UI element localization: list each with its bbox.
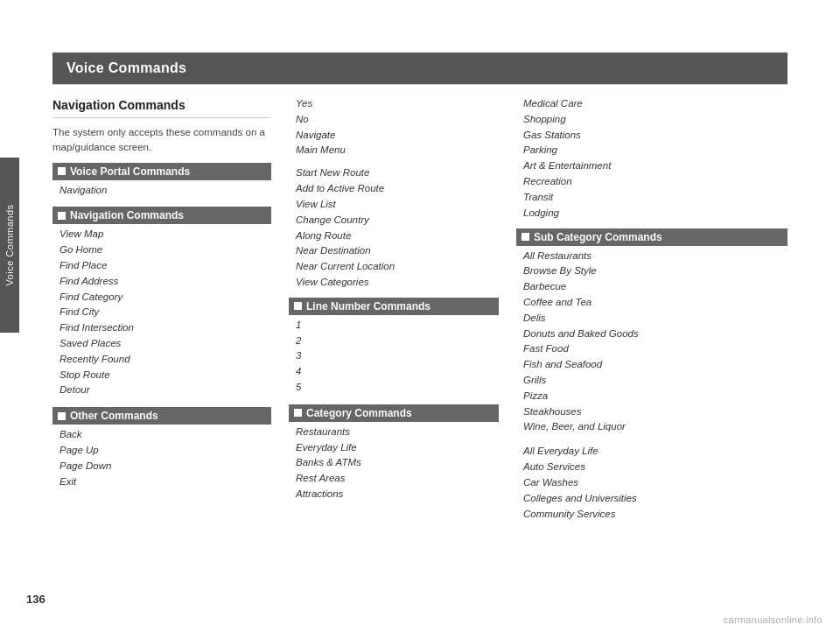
sub-category-header: Sub Category Commands	[516, 228, 788, 246]
list-item: Exit	[60, 474, 271, 490]
list-item: Lodging	[523, 206, 788, 221]
list-item: Steakhouses	[523, 404, 788, 420]
nav-commands-label: Navigation Commands	[70, 209, 184, 221]
list-item: View List	[296, 197, 499, 213]
page-number: 136	[26, 593, 46, 606]
middle-column: Yes No Navigate Main Menu Start New Rout…	[280, 96, 508, 588]
line-number-square-icon	[294, 302, 302, 310]
list-item: All Restaurants	[523, 249, 788, 264]
list-item: 5	[296, 380, 499, 396]
main-content: Navigation Commands The system only acce…	[52, 96, 788, 588]
sidebar-tab: Voice Commands	[0, 158, 19, 333]
list-item: Barbecue	[523, 279, 788, 295]
voice-portal-list: Navigation	[52, 183, 271, 199]
list-item: Gas Stations	[523, 128, 788, 144]
list-item: Donuts and Baked Goods	[523, 327, 788, 342]
list-item: No	[296, 112, 499, 128]
other-commands-header: Other Commands	[52, 407, 271, 425]
list-item: Banks & ATMs	[296, 455, 499, 471]
list-item: Delis	[523, 311, 788, 327]
left-column: Navigation Commands The system only acce…	[52, 96, 280, 588]
other-commands-list: Back Page Up Page Down Exit	[52, 427, 271, 489]
list-item: Attractions	[296, 487, 499, 502]
list-item: View Categories	[296, 275, 499, 291]
list-item: Browse By Style	[523, 263, 788, 279]
list-item: All Everyday Life	[523, 444, 788, 460]
list-item: Find Intersection	[60, 320, 271, 336]
list-item: Coffee and Tea	[523, 295, 788, 311]
sub-category-square-icon	[522, 233, 529, 241]
nav-commands-square-icon	[58, 212, 66, 220]
category-commands-header: Category Commands	[289, 404, 499, 422]
list-item: Detour	[60, 383, 271, 398]
list-item: Saved Places	[60, 336, 271, 352]
voice-portal-header: Voice Portal Commands	[52, 163, 271, 180]
list-item: Wine, Beer, and Liquor	[523, 419, 788, 435]
list-item: Recreation	[523, 174, 788, 190]
line-number-block: Line Number Commands 1 2 3 4 5	[289, 298, 499, 396]
list-item: Page Up	[60, 443, 271, 459]
list-item: Go Home	[60, 242, 271, 258]
watermark: carmanualsonline.info	[724, 614, 822, 625]
line-number-header: Line Number Commands	[289, 298, 499, 315]
list-item: Shopping	[523, 112, 788, 128]
line-number-label: Line Number Commands	[306, 300, 430, 312]
list-item: Everyday Life	[296, 440, 499, 456]
header-bar: Voice Commands	[52, 53, 788, 84]
heading-divider	[52, 117, 271, 118]
list-item: 2	[296, 334, 499, 349]
sub-category-label: Sub Category Commands	[534, 231, 662, 243]
list-item: Restaurants	[296, 425, 499, 440]
list-item: Find Place	[60, 258, 271, 274]
list-item: Auto Services	[523, 460, 788, 475]
other-commands-block: Other Commands Back Page Up Page Down Ex…	[52, 407, 271, 489]
other-commands-label: Other Commands	[70, 410, 158, 422]
category-commands-block: Category Commands Restaurants Everyday L…	[289, 404, 499, 502]
voice-portal-block: Voice Portal Commands Navigation	[52, 163, 271, 199]
list-item: Art & Entertainment	[523, 158, 788, 174]
middle-group2-list: Start New Route Add to Active Route View…	[289, 165, 499, 291]
list-item: Back	[60, 427, 271, 443]
list-item: Add to Active Route	[296, 181, 499, 197]
list-item: Along Route	[296, 228, 499, 244]
list-item: Stop Route	[60, 368, 271, 383]
list-item: Find City	[60, 305, 271, 320]
list-item: Medical Care	[523, 96, 788, 112]
middle-group1-list: Yes No Navigate Main Menu	[289, 96, 499, 158]
sidebar-tab-label: Voice Commands	[4, 204, 15, 285]
line-number-list: 1 2 3 4 5	[289, 318, 499, 396]
navigation-commands-header: Navigation Commands	[52, 207, 271, 224]
nav-commands-subtitle: The system only accepts these commands o…	[52, 125, 271, 156]
list-item: Change Country	[296, 213, 499, 228]
list-item: Main Menu	[296, 143, 499, 158]
list-item: Navigate	[296, 128, 499, 144]
category-commands-square-icon	[294, 409, 302, 417]
right-column: Medical Care Shopping Gas Stations Parki…	[508, 96, 788, 588]
list-item: Fast Food	[523, 341, 788, 357]
list-item: Find Address	[60, 274, 271, 290]
category-commands-list: Restaurants Everyday Life Banks & ATMs R…	[289, 425, 499, 502]
other-commands-square-icon	[58, 412, 66, 420]
voice-portal-label: Voice Portal Commands	[70, 165, 190, 178]
list-item: 1	[296, 318, 499, 334]
header-title: Voice Commands	[66, 60, 186, 76]
list-item: Near Destination	[296, 243, 499, 259]
list-item: Pizza	[523, 389, 788, 404]
list-item: Community Services	[523, 507, 788, 523]
category-commands-label: Category Commands	[306, 407, 412, 419]
list-item: Colleges and Universities	[523, 491, 788, 507]
nav-commands-heading: Navigation Commands	[52, 98, 271, 112]
list-item: View Map	[60, 227, 271, 242]
navigation-commands-block: Navigation Commands View Map Go Home Fin…	[52, 207, 271, 398]
list-item: Grills	[523, 373, 788, 389]
list-item: Recently Found	[60, 352, 271, 368]
list-item: Start New Route	[296, 165, 499, 181]
header-rule	[52, 84, 788, 85]
list-item: Rest Areas	[296, 471, 499, 487]
list-item: Page Down	[60, 459, 271, 474]
list-item: 3	[296, 348, 499, 364]
list-item: Fish and Seafood	[523, 357, 788, 373]
list-item: Yes	[296, 96, 499, 112]
right-group1-list: Medical Care Shopping Gas Stations Parki…	[516, 96, 788, 221]
list-item: Navigation	[60, 183, 271, 199]
